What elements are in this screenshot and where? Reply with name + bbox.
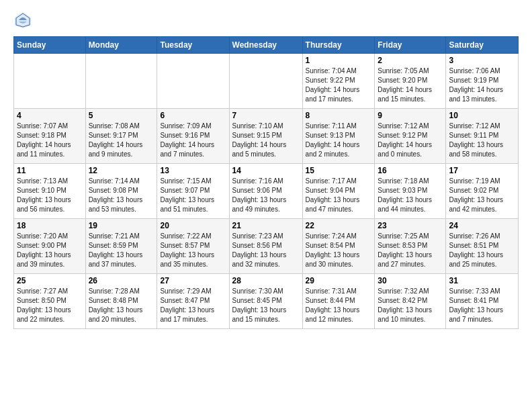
day-number: 22 [306,221,372,230]
weekday-header-row: SundayMondayTuesdayWednesdayThursdayFrid… [14,37,519,54]
day-cell [157,54,229,109]
day-cell: 25Sunrise: 7:27 AM Sunset: 8:50 PM Dayli… [14,274,86,329]
day-info: Sunrise: 7:25 AM Sunset: 8:53 PM Dayligh… [378,232,443,269]
day-info: Sunrise: 7:26 AM Sunset: 8:51 PM Dayligh… [449,232,515,269]
day-cell: 4Sunrise: 7:07 AM Sunset: 9:18 PM Daylig… [14,109,86,164]
day-cell: 18Sunrise: 7:20 AM Sunset: 9:00 PM Dayli… [14,219,86,274]
day-number: 14 [232,166,300,175]
week-row-3: 11Sunrise: 7:13 AM Sunset: 9:10 PM Dayli… [14,164,519,219]
day-cell: 27Sunrise: 7:29 AM Sunset: 8:47 PM Dayli… [157,274,229,329]
day-info: Sunrise: 7:06 AM Sunset: 9:19 PM Dayligh… [449,66,515,104]
day-info: Sunrise: 7:04 AM Sunset: 9:22 PM Dayligh… [306,66,372,104]
day-cell: 20Sunrise: 7:22 AM Sunset: 8:57 PM Dayli… [157,219,229,274]
day-number: 20 [160,221,226,230]
day-info: Sunrise: 7:19 AM Sunset: 9:02 PM Dayligh… [449,177,515,214]
day-cell: 28Sunrise: 7:30 AM Sunset: 8:45 PM Dayli… [229,274,302,329]
day-info: Sunrise: 7:13 AM Sunset: 9:10 PM Dayligh… [17,177,83,214]
day-number: 17 [449,166,515,175]
day-number: 8 [306,111,372,120]
day-cell: 26Sunrise: 7:28 AM Sunset: 8:48 PM Dayli… [85,274,157,329]
day-cell: 17Sunrise: 7:19 AM Sunset: 9:02 PM Dayli… [446,164,519,219]
day-number: 6 [160,111,226,120]
day-cell: 15Sunrise: 7:17 AM Sunset: 9:04 PM Dayli… [302,164,375,219]
weekday-header-monday: Monday [85,37,157,54]
day-number: 13 [160,166,226,175]
day-number: 31 [449,276,515,285]
day-info: Sunrise: 7:12 AM Sunset: 9:11 PM Dayligh… [449,122,515,159]
day-info: Sunrise: 7:08 AM Sunset: 9:17 PM Dayligh… [89,122,154,159]
day-cell: 5Sunrise: 7:08 AM Sunset: 9:17 PM Daylig… [85,109,157,164]
day-cell: 22Sunrise: 7:24 AM Sunset: 8:54 PM Dayli… [302,219,375,274]
day-info: Sunrise: 7:33 AM Sunset: 8:41 PM Dayligh… [449,287,515,324]
day-info: Sunrise: 7:17 AM Sunset: 9:04 PM Dayligh… [306,177,372,214]
day-cell: 8Sunrise: 7:11 AM Sunset: 9:13 PM Daylig… [302,109,375,164]
day-info: Sunrise: 7:24 AM Sunset: 8:54 PM Dayligh… [306,232,372,269]
day-number: 12 [89,166,154,175]
day-number: 19 [89,221,154,230]
day-cell: 16Sunrise: 7:18 AM Sunset: 9:03 PM Dayli… [375,164,446,219]
day-cell: 9Sunrise: 7:12 AM Sunset: 9:12 PM Daylig… [375,109,446,164]
weekday-header-saturday: Saturday [446,37,519,54]
day-number: 30 [378,276,443,285]
day-number: 27 [160,276,226,285]
day-cell: 12Sunrise: 7:14 AM Sunset: 9:08 PM Dayli… [85,164,157,219]
day-cell [85,54,157,109]
day-cell: 7Sunrise: 7:10 AM Sunset: 9:15 PM Daylig… [229,109,302,164]
day-number: 11 [17,166,83,175]
day-cell: 3Sunrise: 7:06 AM Sunset: 9:19 PM Daylig… [446,54,519,109]
weekday-header-friday: Friday [375,37,446,54]
calendar: SundayMondayTuesdayWednesdayThursdayFrid… [13,36,519,329]
day-cell [229,54,302,109]
day-info: Sunrise: 7:14 AM Sunset: 9:08 PM Dayligh… [89,177,154,214]
day-number: 9 [378,111,443,120]
day-number: 5 [89,111,154,120]
day-cell: 21Sunrise: 7:23 AM Sunset: 8:56 PM Dayli… [229,219,302,274]
week-row-1: 1Sunrise: 7:04 AM Sunset: 9:22 PM Daylig… [14,54,519,109]
day-number: 1 [306,56,372,65]
day-number: 3 [449,56,515,65]
day-number: 10 [449,111,515,120]
day-cell: 29Sunrise: 7:31 AM Sunset: 8:44 PM Dayli… [302,274,375,329]
day-number: 26 [89,276,154,285]
logo [13,11,35,30]
day-info: Sunrise: 7:07 AM Sunset: 9:18 PM Dayligh… [17,122,83,159]
day-number: 29 [306,276,372,285]
day-info: Sunrise: 7:15 AM Sunset: 9:07 PM Dayligh… [160,177,226,214]
day-info: Sunrise: 7:12 AM Sunset: 9:12 PM Dayligh… [378,122,443,159]
day-cell: 31Sunrise: 7:33 AM Sunset: 8:41 PM Dayli… [446,274,519,329]
day-number: 18 [17,221,83,230]
day-cell: 24Sunrise: 7:26 AM Sunset: 8:51 PM Dayli… [446,219,519,274]
day-info: Sunrise: 7:22 AM Sunset: 8:57 PM Dayligh… [160,232,226,269]
day-info: Sunrise: 7:31 AM Sunset: 8:44 PM Dayligh… [306,287,372,324]
day-number: 2 [378,56,443,65]
day-cell [14,54,86,109]
day-number: 15 [306,166,372,175]
weekday-header-sunday: Sunday [14,37,86,54]
day-cell: 11Sunrise: 7:13 AM Sunset: 9:10 PM Dayli… [14,164,86,219]
day-cell: 30Sunrise: 7:32 AM Sunset: 8:42 PM Dayli… [375,274,446,329]
day-info: Sunrise: 7:29 AM Sunset: 8:47 PM Dayligh… [160,287,226,324]
day-number: 24 [449,221,515,230]
day-info: Sunrise: 7:05 AM Sunset: 9:20 PM Dayligh… [378,66,443,104]
day-info: Sunrise: 7:21 AM Sunset: 8:59 PM Dayligh… [89,232,154,269]
day-info: Sunrise: 7:09 AM Sunset: 9:16 PM Dayligh… [160,122,226,159]
day-info: Sunrise: 7:10 AM Sunset: 9:15 PM Dayligh… [232,122,300,159]
day-info: Sunrise: 7:28 AM Sunset: 8:48 PM Dayligh… [89,287,154,324]
day-info: Sunrise: 7:27 AM Sunset: 8:50 PM Dayligh… [17,287,83,324]
week-row-5: 25Sunrise: 7:27 AM Sunset: 8:50 PM Dayli… [14,274,519,329]
day-cell: 19Sunrise: 7:21 AM Sunset: 8:59 PM Dayli… [85,219,157,274]
day-info: Sunrise: 7:16 AM Sunset: 9:06 PM Dayligh… [232,177,300,214]
day-number: 7 [232,111,300,120]
day-number: 4 [17,111,83,120]
day-cell: 14Sunrise: 7:16 AM Sunset: 9:06 PM Dayli… [229,164,302,219]
day-cell: 23Sunrise: 7:25 AM Sunset: 8:53 PM Dayli… [375,219,446,274]
day-number: 16 [378,166,443,175]
day-cell: 6Sunrise: 7:09 AM Sunset: 9:16 PM Daylig… [157,109,229,164]
page: SundayMondayTuesdayWednesdayThursdayFrid… [0,0,532,411]
day-info: Sunrise: 7:30 AM Sunset: 8:45 PM Dayligh… [232,287,300,324]
week-row-2: 4Sunrise: 7:07 AM Sunset: 9:18 PM Daylig… [14,109,519,164]
day-info: Sunrise: 7:23 AM Sunset: 8:56 PM Dayligh… [232,232,300,269]
weekday-header-wednesday: Wednesday [229,37,302,54]
day-info: Sunrise: 7:20 AM Sunset: 9:00 PM Dayligh… [17,232,83,269]
day-info: Sunrise: 7:11 AM Sunset: 9:13 PM Dayligh… [306,122,372,159]
